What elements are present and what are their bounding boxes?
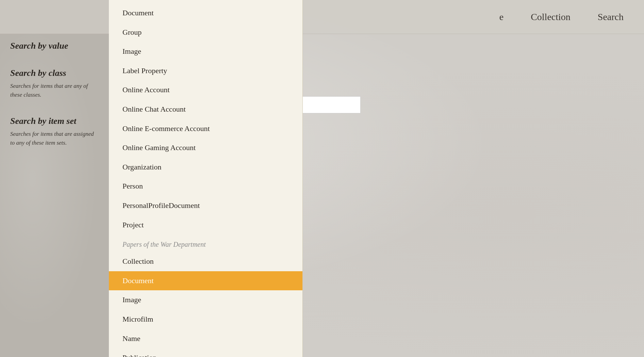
dropdown-item-personal-profile-document[interactable]: PersonalProfileDocument bbox=[109, 196, 302, 215]
class-dropdown[interactable]: Document Group Image Label Property Onli… bbox=[109, 0, 303, 357]
dropdown-item-project[interactable]: Project bbox=[109, 215, 302, 235]
dropdown-item-online-gaming-account[interactable]: Online Gaming Account bbox=[109, 138, 302, 158]
nav-item-search[interactable]: Search bbox=[598, 12, 624, 22]
dropdown-item-name[interactable]: Name bbox=[109, 329, 302, 348]
left-sidebar: Search by value Search by class Searches… bbox=[0, 0, 109, 357]
dropdown-item-image-top[interactable]: Image bbox=[109, 42, 302, 61]
sidebar-section-search-by-class: Search by class Searches for items that … bbox=[10, 68, 99, 99]
nav-item-collection[interactable]: Collection bbox=[531, 12, 571, 22]
dropdown-item-person[interactable]: Person bbox=[109, 177, 302, 196]
sidebar-section-search-by-value: Search by value bbox=[10, 41, 99, 51]
sidebar-section-search-by-item-set: Search by item set Searches for items th… bbox=[10, 116, 99, 147]
dropdown-item-document-top[interactable]: Document bbox=[109, 3, 302, 23]
search-by-class-title: Search by class bbox=[10, 68, 99, 78]
nav-items: e Collection Search bbox=[499, 12, 624, 22]
nav-item-e[interactable]: e bbox=[499, 12, 503, 22]
dropdown-item-image-group[interactable]: Image bbox=[109, 290, 302, 310]
dropdown-item-online-ecommerce-account[interactable]: Online E-commerce Account bbox=[109, 119, 302, 139]
dropdown-item-organization[interactable]: Organization bbox=[109, 158, 302, 177]
dropdown-item-microfilm[interactable]: Microfilm bbox=[109, 310, 302, 329]
dropdown-item-label-property[interactable]: Label Property bbox=[109, 61, 302, 81]
dropdown-item-group[interactable]: Group bbox=[109, 23, 302, 42]
search-by-class-desc: Searches for items that are any of these… bbox=[10, 82, 99, 99]
top-navigation: e Collection Search bbox=[0, 0, 644, 34]
dropdown-item-online-chat-account[interactable]: Online Chat Account bbox=[109, 100, 302, 119]
dropdown-group-label: Papers of the War Department bbox=[109, 234, 302, 252]
dropdown-item-publication[interactable]: Publication bbox=[109, 348, 302, 357]
dropdown-item-collection-group[interactable]: Collection bbox=[109, 252, 302, 271]
dropdown-item-document-group[interactable]: Document bbox=[109, 271, 302, 291]
search-by-item-set-title: Search by item set bbox=[10, 116, 99, 126]
search-by-item-set-desc: Searches for items that are assigned to … bbox=[10, 130, 99, 147]
search-by-value-title: Search by value bbox=[10, 41, 99, 51]
dropdown-item-online-account[interactable]: Online Account bbox=[109, 80, 302, 100]
